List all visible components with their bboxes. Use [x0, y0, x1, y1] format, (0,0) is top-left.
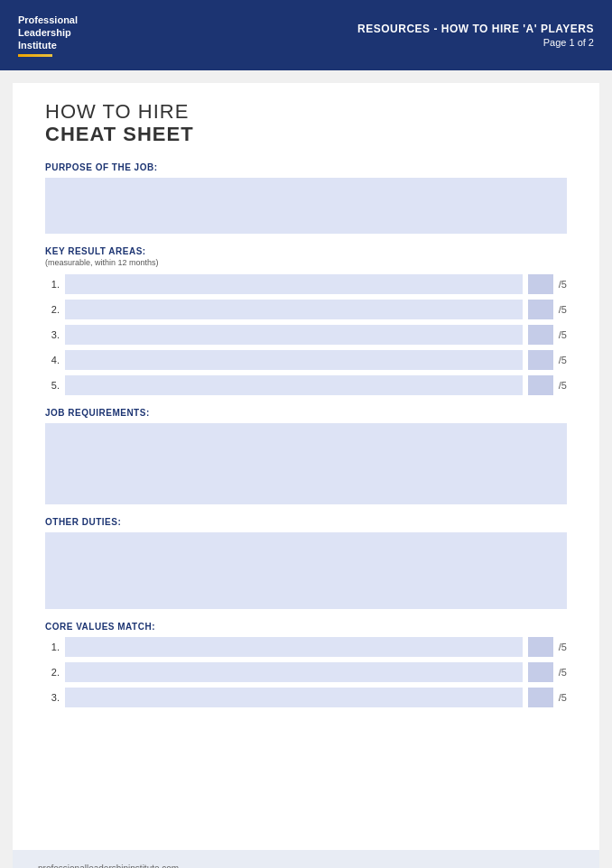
kra-score-label-1: /5: [559, 279, 567, 290]
cv-score-box-1[interactable]: [528, 637, 553, 657]
core-values-label: CORE VALUES MATCH:: [45, 622, 567, 632]
title-line1: HOW TO HIRE: [45, 101, 567, 123]
logo-underline: [18, 54, 52, 57]
cv-input-3[interactable]: [65, 688, 523, 707]
job-req-label: JOB REQUIREMENTS:: [45, 408, 567, 418]
kra-score-label-2: /5: [559, 304, 567, 315]
header-right: RESOURCES - HOW TO HIRE 'A' PLAYERS Page…: [357, 23, 594, 48]
kra-score-box-2[interactable]: [528, 300, 553, 319]
cv-input-1[interactable]: [65, 637, 523, 657]
kra-row-4: 4. /5: [45, 350, 567, 370]
kra-input-5[interactable]: [65, 375, 523, 395]
other-duties-label: OTHER DUTIES:: [45, 517, 567, 527]
cv-number-3: 3.: [45, 692, 60, 703]
kra-row-5: 5. /5: [45, 375, 567, 395]
kra-number-4: 4.: [45, 355, 60, 365]
kra-number-5: 5.: [45, 380, 60, 391]
main-content: HOW TO HIRE CHEAT SHEET PURPOSE OF THE J…: [13, 83, 599, 850]
kra-input-4[interactable]: [65, 350, 523, 370]
footer-website: professionalleadershipinstitute.com: [38, 863, 179, 868]
purpose-input-box[interactable]: [45, 178, 567, 234]
footer: professionalleadershipinstitute.com: [13, 850, 599, 868]
kra-number-1: 1.: [45, 279, 60, 290]
cv-score-box-2[interactable]: [528, 662, 553, 682]
title-line2: CHEAT SHEET: [45, 123, 567, 146]
kra-score-box-4[interactable]: [528, 350, 553, 370]
kra-score-box-5[interactable]: [528, 375, 553, 395]
kra-number-3: 3.: [45, 329, 60, 340]
kra-score-box-1[interactable]: [528, 274, 553, 294]
cv-score-label-1: /5: [559, 642, 567, 652]
cv-row-3: 3. /5: [45, 688, 567, 707]
logo-text: Professional Leadership Institute: [18, 14, 78, 52]
kra-row-1: 1. /5: [45, 274, 567, 294]
kra-input-3[interactable]: [65, 325, 523, 345]
logo-area: Professional Leadership Institute: [18, 14, 78, 58]
kra-input-1[interactable]: [65, 274, 523, 294]
header: Professional Leadership Institute RESOUR…: [0, 0, 612, 70]
kra-label: KEY RESULT AREAS:: [45, 246, 567, 256]
kra-section: 1. /5 2. /5 3. /5 4. /5 5. /5: [45, 274, 567, 395]
kra-score-box-3[interactable]: [528, 325, 553, 345]
cv-number-1: 1.: [45, 642, 60, 652]
kra-score-label-3: /5: [559, 329, 567, 340]
purpose-label: PURPOSE OF THE JOB:: [45, 162, 567, 172]
cv-number-2: 2.: [45, 667, 60, 678]
kra-number-2: 2.: [45, 304, 60, 315]
kra-row-3: 3. /5: [45, 325, 567, 345]
kra-row-2: 2. /5: [45, 300, 567, 319]
cv-row-1: 1. /5: [45, 637, 567, 657]
cv-section: 1. /5 2. /5 3. /5: [45, 637, 567, 707]
other-duties-input-box[interactable]: [45, 532, 567, 609]
cv-score-label-2: /5: [559, 667, 567, 678]
page-info: Page 1 of 2: [357, 37, 594, 48]
resource-title: RESOURCES - HOW TO HIRE 'A' PLAYERS: [357, 23, 594, 35]
cv-input-2[interactable]: [65, 662, 523, 682]
kra-sublabel: (measurable, within 12 months): [45, 258, 567, 267]
kra-score-label-5: /5: [559, 380, 567, 391]
job-req-input-box[interactable]: [45, 423, 567, 504]
cv-score-box-3[interactable]: [528, 688, 553, 707]
kra-score-label-4: /5: [559, 355, 567, 365]
kra-input-2[interactable]: [65, 300, 523, 319]
cv-row-2: 2. /5: [45, 662, 567, 682]
cv-score-label-3: /5: [559, 692, 567, 703]
